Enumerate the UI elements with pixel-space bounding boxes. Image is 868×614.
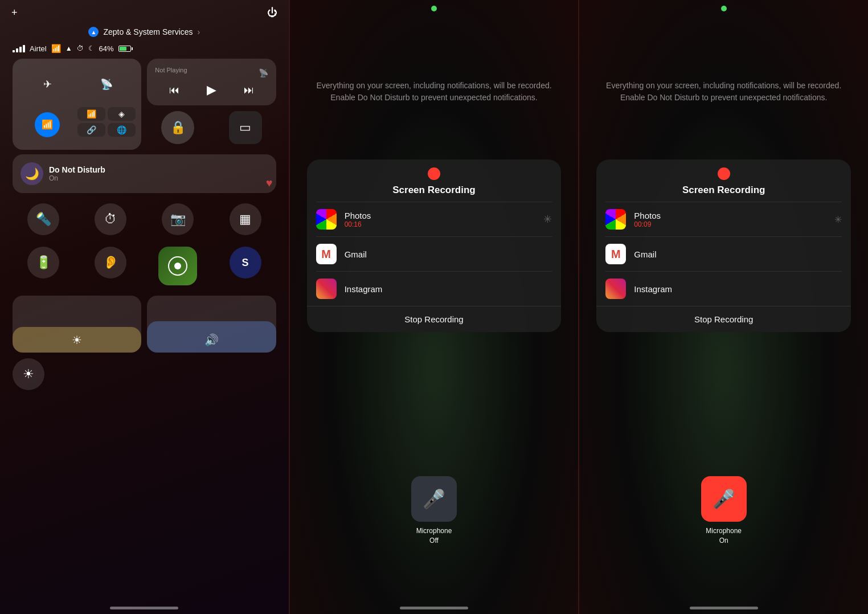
mic-container-on: 🎤 Microphone On [701,476,747,546]
home-indicator-3 [690,607,758,609]
airplane-mode-btn[interactable]: ✈ [18,64,76,104]
photos-time-2: 00:16 [345,220,371,228]
sr-notice-3: Everything on your screen, including not… [579,0,868,121]
sr-modal-3: Screen Recording Photos 00:09 ✳ M Gmail … [596,159,851,332]
instagram-name-3: Instagram [634,284,672,294]
rotation-lock-btn[interactable]: 🔒 [161,111,194,144]
bottom-controls-row1: 🔦 ⏱ 📷 ▦ [0,198,289,241]
mic-off-icon: 🎤 [423,488,445,510]
link-btn[interactable]: 🔗 [77,123,105,137]
sr-modal-2: Screen Recording Photos 00:16 ✳ M Gmail … [307,159,562,332]
dnd-section: 🌙 Do Not Disturb On [0,150,289,198]
photos-app-item-3[interactable]: Photos 00:09 ✳ [605,202,842,236]
airplay-icon: 📡 [100,78,113,91]
mic-container-off: 🎤 Microphone Off [411,476,457,546]
brightness-row: ☀ [0,353,289,390]
location-status-icon: ▲ [65,44,72,52]
clock-icon: ⏱ [77,44,84,52]
dnd-block[interactable]: 🌙 Do Not Disturb On [13,154,276,193]
sr-red-dot-3 [718,167,730,180]
loading-spinner-photos-3: ✳ [834,214,842,225]
hearing-btn[interactable]: 👂 [95,247,126,279]
photos-time-3: 00:09 [634,220,661,228]
gmail-name-2: Gmail [345,249,367,259]
battery-widget-btn[interactable]: 🔋 [27,247,59,279]
camera-btn[interactable]: 📷 [162,203,194,235]
sr-app-list-2: Photos 00:16 ✳ M Gmail Instagram [307,202,562,306]
media-block: Not Playing 📡 ⏮ ▶ ⏭ [147,59,276,105]
favorite-btn[interactable]: ♥ [266,177,273,190]
top-bar: + ⏻ [0,0,289,23]
airplay-btn[interactable]: 📡 [77,64,136,104]
screen-record-btn[interactable] [158,247,197,285]
world-btn[interactable]: 🌐 [108,123,136,137]
wifi-btn[interactable]: 📶 [35,112,60,137]
connectivity-block: ✈ 📡 📶 📶 ◈ 🔗 🌐 [13,59,141,150]
media-controls: ⏮ ▶ ⏭ [155,83,268,97]
instagram-app-item-2[interactable]: Instagram [316,271,552,306]
screen-recording-panel-mic-on: Everything on your screen, including not… [579,0,868,614]
gmail-icon-3: M [605,244,626,264]
location-service-label: Zepto & System Services [103,27,193,36]
loading-spinner-photos-2: ✳ [543,213,552,226]
play-btn[interactable]: ▶ [207,83,216,97]
photos-app-item-2[interactable]: Photos 00:16 ✳ [316,202,552,236]
photos-info-3: Photos 00:09 [634,211,661,228]
screen-recording-panel-mic-off: Everything on your screen, including not… [290,0,579,614]
photos-name-3: Photos [634,211,661,220]
add-button[interactable]: + [11,7,18,19]
sr-modal-header-2: Screen Recording [307,159,562,202]
recording-indicator-2 [431,6,437,11]
location-banner[interactable]: ▲ Zepto & System Services › [0,23,289,40]
power-button[interactable]: ⏻ [267,7,277,19]
location-chevron: › [198,27,200,36]
bluetooth-btn[interactable]: ◈ [108,107,136,121]
not-playing-label: Not Playing [155,67,187,73]
bottom-controls-row2: 🔋 👂 S [0,241,289,291]
sr-modal-title-3: Screen Recording [596,185,851,196]
photos-icon-2 [316,209,337,230]
gmail-app-item-3[interactable]: M Gmail [605,236,842,271]
night-shift-btn[interactable]: ☀ [13,358,44,390]
dnd-text: Do Not Disturb On [49,165,105,182]
instagram-app-item-3[interactable]: Instagram [605,271,842,306]
mic-on-label: Microphone On [701,526,747,546]
flashlight-btn[interactable]: 🔦 [27,203,59,235]
brightness-slider-icon: ☀ [72,333,82,347]
home-indicator [110,607,178,609]
media-airplay-icon[interactable]: 📡 [259,68,268,77]
sr-modal-title-2: Screen Recording [307,185,562,196]
screen-mirror-btn[interactable]: ▭ [229,111,262,144]
gmail-app-item-2[interactable]: M Gmail [316,236,552,271]
instagram-icon-3 [605,279,626,299]
microphone-on-btn[interactable]: 🎤 [701,476,747,522]
brightness-slider[interactable]: ☀ [13,296,141,353]
microphone-off-btn[interactable]: 🎤 [411,476,457,522]
shazam-btn[interactable]: S [230,247,261,279]
control-center-panel: + ⏻ ▲ Zepto & System Services › Airtel 📶… [0,0,289,614]
dnd-title: Do Not Disturb [49,165,105,174]
sliders-row: ☀ 🔊 [0,296,289,353]
sr-modal-header-3: Screen Recording [596,159,851,202]
stop-recording-btn-2[interactable]: Stop Recording [307,306,562,332]
cellular-btn[interactable]: 📶 [77,107,105,121]
mic-on-icon: 🎤 [713,488,735,510]
prev-btn[interactable]: ⏮ [169,84,179,96]
gmail-name-3: Gmail [634,249,656,259]
status-row: Airtel 📶 ▲ ⏱ ☾ 64% [0,40,289,56]
dnd-icon: 🌙 [21,162,43,185]
home-indicator-2 [400,607,468,609]
stop-recording-btn-3[interactable]: Stop Recording [596,306,851,332]
sr-red-dot-2 [428,167,440,180]
photos-name-2: Photos [345,211,371,220]
timer-btn[interactable]: ⏱ [95,203,126,235]
instagram-icon-2 [316,279,337,299]
volume-slider[interactable]: 🔊 [147,296,276,353]
recording-indicator-3 [721,6,727,11]
instagram-name-2: Instagram [345,284,383,294]
qr-btn[interactable]: ▦ [230,203,261,235]
sr-notice-2: Everything on your screen, including not… [290,0,579,121]
wifi-label: 📶 [42,119,53,130]
signal-bars [13,45,25,52]
next-btn[interactable]: ⏭ [244,84,254,96]
